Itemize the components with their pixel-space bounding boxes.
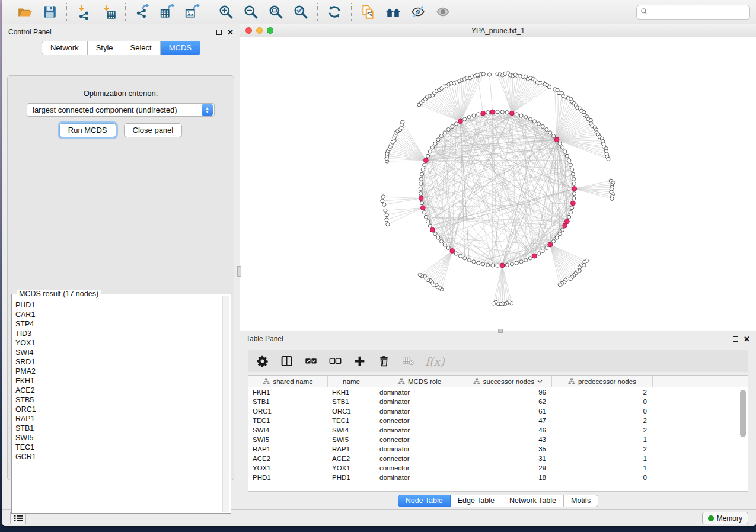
- network-node[interactable]: [532, 120, 536, 123]
- export-image-button[interactable]: [184, 4, 200, 20]
- network-node[interactable]: [505, 111, 509, 114]
- copy-network-button[interactable]: [360, 4, 377, 20]
- network-node[interactable]: [572, 177, 576, 181]
- network-node[interactable]: [524, 258, 528, 262]
- network-node[interactable]: [477, 261, 480, 265]
- tab-network-table[interactable]: Network Table: [502, 495, 564, 507]
- mcds-result-item[interactable]: STP4: [15, 319, 222, 329]
- tab-edge-table[interactable]: Edge Table: [451, 495, 502, 507]
- network-graph[interactable]: [240, 37, 756, 331]
- mcds-node[interactable]: [419, 196, 423, 201]
- import-network-button[interactable]: [75, 4, 92, 20]
- network-node[interactable]: [569, 163, 572, 166]
- network-node[interactable]: [439, 134, 443, 138]
- network-node[interactable]: [472, 114, 476, 117]
- table-row[interactable]: PHD1PHD1dominator180: [248, 473, 748, 482]
- network-node[interactable]: [419, 182, 422, 185]
- tab-motifs[interactable]: Motifs: [564, 495, 598, 507]
- table-row[interactable]: RAP1RAP1dominator352: [248, 444, 748, 454]
- mcds-list-scrollbar[interactable]: [222, 296, 229, 512]
- mcds-node[interactable]: [458, 119, 463, 124]
- table-scrollbar[interactable]: [740, 390, 746, 488]
- network-node[interactable]: [433, 232, 437, 236]
- network-node[interactable]: [420, 172, 423, 176]
- network-node[interactable]: [486, 111, 490, 114]
- show-all-button[interactable]: [435, 4, 451, 20]
- network-node[interactable]: [560, 228, 564, 232]
- network-node[interactable]: [381, 195, 385, 198]
- network-node[interactable]: [505, 263, 509, 267]
- network-node[interactable]: [419, 192, 422, 196]
- network-node[interactable]: [524, 116, 528, 119]
- network-node[interactable]: [552, 239, 556, 243]
- network-node[interactable]: [560, 146, 564, 149]
- network-node[interactable]: [537, 122, 540, 126]
- mcds-node[interactable]: [450, 249, 455, 254]
- network-node[interactable]: [419, 177, 423, 181]
- network-node[interactable]: [481, 72, 485, 76]
- network-node[interactable]: [515, 261, 518, 265]
- mcds-node[interactable]: [548, 242, 553, 247]
- mcds-node[interactable]: [572, 187, 577, 191]
- mcds-node[interactable]: [420, 206, 425, 210]
- mcds-result-item[interactable]: PMA2: [15, 367, 222, 376]
- delete-column-button[interactable]: [377, 354, 391, 368]
- mcds-result-item[interactable]: FKH1: [15, 376, 222, 386]
- network-node[interactable]: [384, 209, 387, 212]
- network-node[interactable]: [467, 258, 471, 262]
- tab-network[interactable]: Network: [42, 41, 88, 55]
- network-node[interactable]: [481, 262, 485, 266]
- search-input[interactable]: [636, 5, 750, 20]
- network-node[interactable]: [528, 257, 532, 260]
- network-node[interactable]: [401, 120, 404, 124]
- network-node[interactable]: [443, 131, 446, 134]
- network-node[interactable]: [519, 114, 523, 117]
- mcds-node[interactable]: [490, 110, 495, 114]
- column-header-shared-name[interactable]: shared name: [248, 376, 328, 387]
- network-node[interactable]: [565, 154, 569, 158]
- network-node[interactable]: [424, 215, 428, 219]
- network-node[interactable]: [491, 264, 495, 267]
- network-node[interactable]: [547, 85, 551, 89]
- export-table-button[interactable]: [159, 4, 176, 20]
- run-mcds-button[interactable]: Run MCDS: [59, 123, 116, 137]
- column-header-predecessor-nodes[interactable]: predecessor nodes: [552, 376, 653, 387]
- column-pane-button[interactable]: [279, 354, 294, 368]
- network-node[interactable]: [548, 131, 552, 134]
- network-node[interactable]: [519, 260, 523, 264]
- network-node[interactable]: [477, 113, 480, 116]
- mcds-result-item[interactable]: TEC1: [15, 443, 222, 452]
- export-network-button[interactable]: [134, 4, 151, 20]
- mcds-result-item[interactable]: ACE2: [15, 386, 222, 395]
- mcds-result-item[interactable]: SRD1: [15, 357, 222, 367]
- criterion-select[interactable]: largest connected component (undirected)…: [27, 103, 215, 117]
- network-node[interactable]: [552, 134, 556, 138]
- table-row[interactable]: SWI5SWI5connector431: [248, 435, 748, 444]
- import-table-button[interactable]: [100, 4, 117, 20]
- network-node[interactable]: [500, 110, 504, 114]
- network-node[interactable]: [567, 159, 571, 162]
- network-node[interactable]: [428, 224, 432, 227]
- network-node[interactable]: [537, 252, 540, 255]
- column-header-MCDS-role[interactable]: MCDS role: [375, 376, 464, 387]
- float-table-panel-icon[interactable]: [733, 336, 738, 342]
- mcds-result-list[interactable]: PHD1CAR1STP4TID3YOX1SWI4SRD1PMA2FKH1ACE2…: [15, 300, 222, 512]
- mcds-node[interactable]: [509, 111, 514, 116]
- network-node[interactable]: [426, 154, 430, 158]
- network-node[interactable]: [572, 192, 576, 196]
- settings-gear-button[interactable]: [255, 354, 269, 368]
- network-node[interactable]: [545, 246, 548, 249]
- network-node[interactable]: [510, 262, 513, 266]
- network-node[interactable]: [454, 122, 458, 126]
- memory-button[interactable]: Memory: [702, 512, 748, 524]
- mcds-node[interactable]: [571, 201, 576, 206]
- network-node[interactable]: [558, 283, 562, 286]
- network-node[interactable]: [571, 172, 575, 176]
- vertical-splitter-handle[interactable]: [237, 266, 241, 277]
- network-node[interactable]: [382, 203, 386, 206]
- tab-style[interactable]: Style: [88, 41, 122, 55]
- save-session-button[interactable]: [42, 4, 58, 20]
- column-header-name[interactable]: name: [328, 376, 375, 387]
- table-row[interactable]: STB1STB1dominator620: [248, 397, 748, 406]
- network-node[interactable]: [439, 239, 443, 243]
